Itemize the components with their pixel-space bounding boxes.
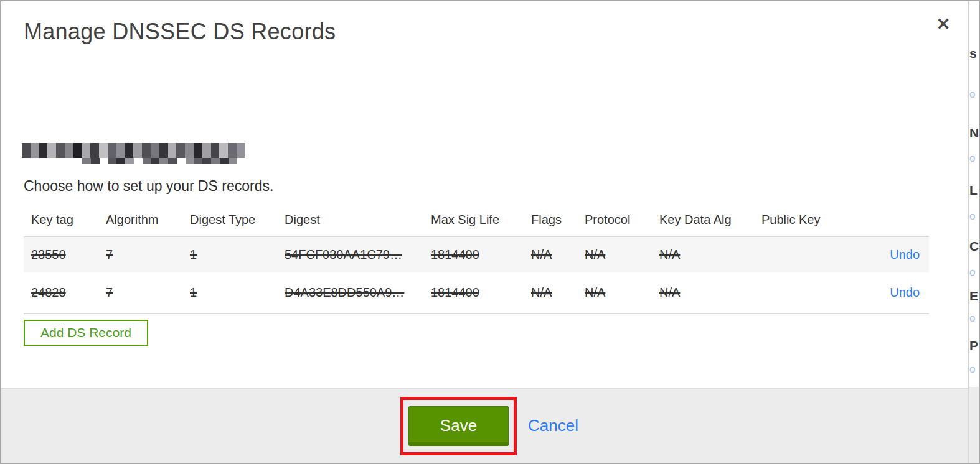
background-text-fragment: o bbox=[969, 152, 975, 165]
cell-key-tag: 24828 bbox=[31, 285, 66, 299]
background-text-fragment: o bbox=[969, 266, 975, 279]
background-text-fragment: o bbox=[969, 312, 975, 325]
cell-digest-type: 1 bbox=[190, 248, 197, 261]
redaction-pixel bbox=[39, 143, 48, 158]
redaction-pixel bbox=[125, 143, 134, 158]
column-header-key-tag: Key tag bbox=[24, 204, 98, 236]
column-header-digest-type: Digest Type bbox=[182, 204, 277, 236]
add-ds-record-button[interactable]: Add DS Record bbox=[24, 320, 148, 346]
redaction-pixel bbox=[125, 158, 134, 164]
column-header-flags: Flags bbox=[524, 204, 577, 236]
redaction-pixel bbox=[142, 143, 151, 158]
column-header-protocol: Protocol bbox=[577, 204, 652, 236]
redaction-pixel bbox=[194, 143, 202, 158]
redaction-pixel bbox=[228, 143, 237, 158]
redaction-pixel bbox=[91, 158, 100, 164]
ds-records-table: Key tagAlgorithmDigest TypeDigestMax Sig… bbox=[24, 204, 929, 314]
background-text-fragment: o bbox=[969, 88, 975, 101]
table-row: 2482871D4A33E8DD550A9…1814400N/AN/AN/AUn… bbox=[24, 272, 929, 313]
redaction-pixel bbox=[159, 143, 168, 158]
cell-key-data-alg: N/A bbox=[659, 285, 680, 299]
redaction-pixel bbox=[237, 143, 245, 158]
cell-algorithm: 7 bbox=[106, 285, 113, 299]
cell-key-tag: 23550 bbox=[31, 248, 66, 261]
redaction-pixel bbox=[73, 143, 82, 158]
redaction-pixel bbox=[116, 158, 125, 164]
redaction-pixel bbox=[56, 143, 65, 158]
cancel-link[interactable]: Cancel bbox=[528, 416, 578, 435]
redaction-pixel bbox=[143, 158, 151, 164]
background-text-fragment: o bbox=[969, 363, 975, 376]
cell-algorithm: 7 bbox=[106, 248, 113, 261]
redaction-pixel bbox=[90, 143, 99, 158]
cell-digest: D4A33E8DD550A9… bbox=[285, 285, 404, 299]
redaction-pixel bbox=[22, 143, 31, 158]
screenshot-frame: Manage DNSSEC DS Records ✕ Choose how to… bbox=[0, 0, 980, 464]
table-header-row: Key tagAlgorithmDigest TypeDigestMax Sig… bbox=[24, 204, 929, 236]
background-text-fragment: o bbox=[969, 210, 975, 223]
background-text-fragment: P bbox=[969, 338, 978, 353]
modal-footer: Save Cancel bbox=[1, 388, 968, 463]
save-button[interactable]: Save bbox=[408, 406, 509, 446]
redaction-pixel bbox=[229, 158, 237, 164]
column-header-max-sig-life: Max Sig Life bbox=[423, 204, 524, 236]
background-text-fragment: s bbox=[969, 46, 977, 61]
instruction-text: Choose how to set up your DS records. bbox=[24, 178, 273, 195]
cell-protocol: N/A bbox=[585, 285, 605, 299]
redaction-pixel bbox=[134, 158, 143, 164]
close-icon[interactable]: ✕ bbox=[933, 14, 954, 35]
redaction-pixel bbox=[185, 143, 194, 158]
modal-title: Manage DNSSEC DS Records bbox=[24, 19, 336, 45]
undo-link[interactable]: Undo bbox=[890, 248, 920, 261]
redaction-pixel bbox=[194, 158, 202, 164]
table-row: 235507154FCF030AA1C79…1814400N/AN/AN/AUn… bbox=[24, 236, 929, 272]
redaction-pixel bbox=[177, 158, 186, 164]
redaction-pixel bbox=[47, 143, 56, 158]
background-text-fragment: N bbox=[969, 126, 979, 141]
column-header-digest: Digest bbox=[277, 204, 423, 236]
redaction-pixel bbox=[65, 143, 73, 158]
redacted-domain-name bbox=[22, 143, 245, 158]
background-page-footer bbox=[969, 387, 979, 463]
redaction-pixel bbox=[168, 158, 177, 164]
redaction-pixel bbox=[176, 143, 185, 158]
redaction-pixel bbox=[219, 143, 228, 158]
cell-max-sig-life: 1814400 bbox=[431, 248, 479, 261]
redaction-pixel bbox=[82, 143, 91, 158]
redaction-pixel bbox=[116, 143, 125, 158]
redaction-pixel bbox=[108, 158, 116, 164]
redaction-pixel bbox=[82, 158, 91, 164]
redaction-pixel bbox=[151, 143, 159, 158]
cell-protocol: N/A bbox=[585, 248, 605, 261]
cell-flags: N/A bbox=[531, 248, 552, 261]
redaction-pixel bbox=[211, 143, 220, 158]
background-text-fragment: C bbox=[969, 239, 979, 254]
cell-digest: 54FCF030AA1C79… bbox=[285, 248, 402, 261]
column-header-key-data-alg: Key Data Alg bbox=[652, 204, 754, 236]
redaction-pixel bbox=[211, 158, 220, 164]
redaction-pixel bbox=[220, 158, 229, 164]
redaction-pixel bbox=[202, 158, 211, 164]
redacted-domain-name-fragment bbox=[82, 158, 237, 164]
dnssec-modal: Manage DNSSEC DS Records ✕ Choose how to… bbox=[1, 1, 968, 463]
redaction-pixel bbox=[31, 143, 39, 158]
background-text-fragment: E bbox=[969, 289, 978, 304]
redaction-pixel bbox=[133, 143, 142, 158]
redaction-pixel bbox=[202, 143, 211, 158]
undo-link[interactable]: Undo bbox=[890, 285, 920, 299]
cell-key-data-alg: N/A bbox=[659, 248, 680, 261]
save-annotation-highlight: Save bbox=[400, 397, 517, 455]
column-header-algorithm: Algorithm bbox=[98, 204, 182, 236]
redaction-pixel bbox=[186, 158, 194, 164]
redaction-pixel bbox=[108, 143, 116, 158]
cell-max-sig-life: 1814400 bbox=[431, 285, 479, 299]
redaction-pixel bbox=[100, 158, 108, 164]
column-header-actions bbox=[847, 204, 929, 236]
redaction-pixel bbox=[99, 143, 108, 158]
redaction-pixel bbox=[159, 158, 168, 164]
background-text-fragment: L bbox=[969, 183, 978, 198]
cell-digest-type: 1 bbox=[190, 285, 197, 299]
redaction-pixel bbox=[151, 158, 159, 164]
column-header-public-key: Public Key bbox=[754, 204, 847, 236]
redaction-pixel bbox=[168, 143, 177, 158]
